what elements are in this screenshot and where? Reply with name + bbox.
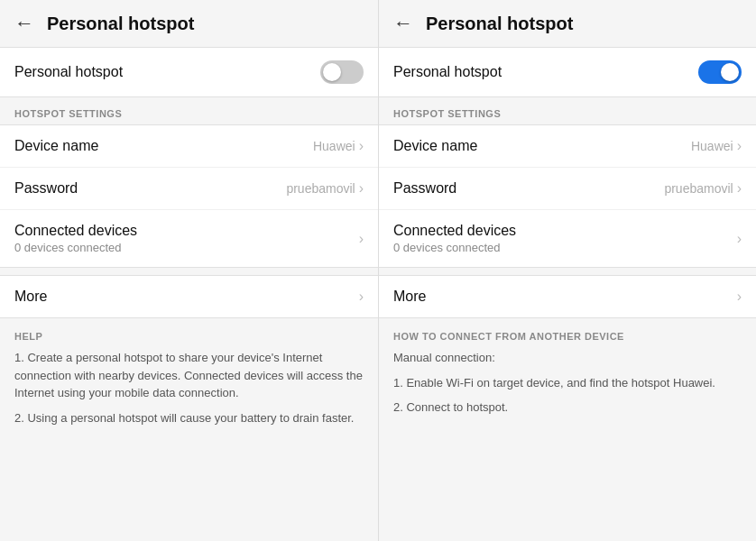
right-device-name-right: Huawei › (691, 138, 742, 154)
left-device-name-chevron: › (359, 138, 364, 154)
right-help-item-3: 2. Connect to hotspot. (393, 399, 742, 417)
left-help-title: HELP (14, 331, 364, 342)
right-settings-group: Device name Huawei › Password pruebamovi… (379, 124, 756, 268)
left-password-right: pruebamovil › (286, 180, 364, 197)
right-page-title: Personal hotspot (426, 14, 573, 34)
left-toggle-knob (323, 63, 341, 81)
left-help-section: HELP 1. Create a personal hotspot to sha… (0, 318, 378, 541)
right-password-row[interactable]: Password pruebamovil › (379, 168, 756, 210)
right-password-title: Password (393, 180, 456, 197)
right-device-name-value: Huawei (691, 139, 733, 153)
left-password-value: pruebamovil (286, 181, 355, 196)
left-more-label: More (14, 289, 47, 305)
left-page-title: Personal hotspot (47, 14, 194, 34)
right-device-name-row[interactable]: Device name Huawei › (379, 125, 756, 168)
left-help-item-2: 2. Using a personal hotspot will cause y… (14, 409, 364, 427)
right-more-label: More (393, 289, 426, 305)
left-more-row[interactable]: More › (0, 276, 378, 317)
right-more-row[interactable]: More › (379, 276, 756, 317)
right-connected-devices-left: Connected devices 0 devices connected (393, 223, 516, 254)
right-toggle-knob (721, 63, 739, 81)
left-help-item-1: 1. Create a personal hotspot to share yo… (14, 349, 364, 402)
left-connected-devices-right: › (359, 231, 364, 247)
left-password-title: Password (14, 180, 78, 197)
left-toggle-label: Personal hotspot (14, 64, 123, 80)
right-connected-devices-right: › (737, 231, 742, 247)
left-connected-devices-subtitle: 0 devices connected (14, 241, 137, 254)
left-settings-group: Device name Huawei › Password pruebamovi… (0, 124, 378, 268)
right-device-name-chevron: › (737, 138, 742, 154)
right-device-name-title: Device name (393, 138, 477, 154)
right-help-item-2: 1. Enable Wi-Fi on target device, and fi… (393, 374, 742, 392)
left-device-name-right: Huawei › (313, 138, 364, 154)
left-more-chevron: › (359, 289, 364, 305)
right-help-section: HOW TO CONNECT FROM ANOTHER DEVICE Manua… (379, 318, 756, 541)
left-toggle-row[interactable]: Personal hotspot (0, 47, 378, 97)
right-toggle-label: Personal hotspot (393, 64, 502, 80)
right-connected-devices-subtitle: 0 devices connected (393, 241, 516, 254)
right-panel: ← Personal hotspot Personal hotspot HOTS… (378, 0, 756, 541)
left-connected-devices-row[interactable]: Connected devices 0 devices connected › (0, 210, 378, 267)
left-connected-devices-title: Connected devices (14, 223, 137, 239)
right-more-chevron: › (737, 289, 742, 305)
left-device-name-value: Huawei (313, 139, 355, 153)
right-device-name-left: Device name (393, 138, 477, 154)
right-toggle-row[interactable]: Personal hotspot (379, 47, 756, 97)
right-more-group: More › (379, 275, 756, 318)
right-password-value: pruebamovil (664, 181, 733, 196)
right-help-title: HOW TO CONNECT FROM ANOTHER DEVICE (393, 331, 742, 342)
left-more-group: More › (0, 275, 378, 318)
right-connected-devices-title: Connected devices (393, 223, 516, 239)
right-header: ← Personal hotspot (379, 0, 756, 47)
left-password-row[interactable]: Password pruebamovil › (0, 168, 378, 210)
right-connected-devices-chevron: › (737, 231, 742, 247)
right-back-arrow[interactable]: ← (393, 12, 413, 35)
right-password-chevron: › (737, 180, 742, 197)
left-device-name-title: Device name (14, 138, 98, 154)
right-connected-devices-row[interactable]: Connected devices 0 devices connected › (379, 210, 756, 267)
left-connected-devices-chevron: › (359, 231, 364, 247)
left-connected-devices-left: Connected devices 0 devices connected (14, 223, 137, 254)
left-device-name-row[interactable]: Device name Huawei › (0, 125, 378, 168)
left-section-header: HOTSPOT SETTINGS (0, 97, 378, 124)
right-password-right: pruebamovil › (664, 180, 742, 197)
right-toggle-switch[interactable] (698, 60, 742, 84)
left-password-chevron: › (359, 180, 364, 197)
left-panel: ← Personal hotspot Personal hotspot HOTS… (0, 0, 378, 541)
right-password-left: Password (393, 180, 456, 197)
left-device-name-left: Device name (14, 138, 98, 154)
right-section-header: HOTSPOT SETTINGS (379, 97, 756, 124)
left-password-left: Password (14, 180, 78, 197)
left-toggle-switch[interactable] (320, 60, 364, 84)
left-back-arrow[interactable]: ← (14, 12, 34, 35)
right-help-item-1: Manual connection: (393, 349, 742, 367)
left-header: ← Personal hotspot (0, 0, 378, 47)
